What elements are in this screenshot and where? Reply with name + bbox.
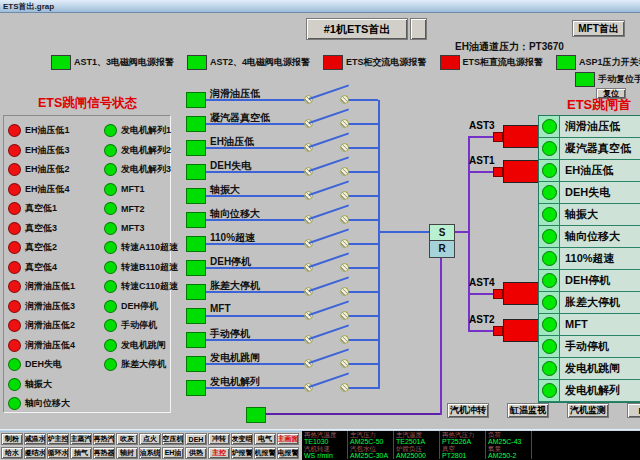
contact-icon: [340, 215, 349, 224]
trip-signal-item: 发电机跳闸: [104, 336, 178, 356]
alarm-lamp-icon: [575, 72, 595, 87]
toolbar-button[interactable]: DEH: [185, 433, 207, 445]
footer-nav-button[interactable]: 缸温监视: [507, 403, 549, 418]
live-value-cell: 主汽温度 TE2501A: [394, 431, 440, 445]
signal-input-square: [186, 260, 206, 276]
toolbar-button[interactable]: 冲转: [208, 433, 230, 445]
trip-signal-label: MFT1: [121, 184, 145, 194]
first-out-row: MFT: [539, 314, 640, 336]
status-led-icon: [8, 319, 21, 332]
first-out-label: 轴振大: [560, 204, 640, 226]
footer-nav-button[interactable]: 汽机监测: [567, 403, 609, 418]
first-out-label: 胀差大停机: [560, 292, 640, 314]
signal-input-square: [186, 380, 206, 396]
toolbar-button[interactable]: 主蒸汽: [70, 433, 92, 445]
trip-signal-item: 转速C110超速: [104, 277, 178, 297]
wire: [345, 267, 378, 269]
toolbar-button[interactable]: 空压机: [162, 433, 184, 445]
toolbar-button[interactable]: 油系统: [139, 447, 161, 459]
trip-signal-item: DEH停机: [104, 297, 178, 317]
toolbar-button[interactable]: EH油: [162, 447, 184, 459]
contact-icon: [340, 263, 349, 272]
toolbar-button[interactable]: 点火: [139, 433, 161, 445]
status-led-icon: [104, 202, 117, 215]
toolbar-button[interactable]: 制粉: [1, 433, 23, 445]
toolbar-button[interactable]: 抽气: [70, 447, 92, 459]
toolbar-button[interactable]: 循环水: [47, 447, 69, 459]
signal-input-square: [186, 308, 206, 324]
wire: [345, 315, 378, 317]
status-led-icon: [104, 261, 117, 274]
live-values-row-2: 汽机转速 WS r/min 汽包水位 AM25C-30A 炉膛负压 AM2500…: [302, 445, 640, 459]
toolbar-button[interactable]: 主控: [208, 447, 230, 459]
status-led-icon: [104, 183, 117, 196]
trip-signal-item: EH油压低3: [8, 141, 75, 161]
wire: [206, 243, 308, 245]
signal-input-square: [186, 92, 206, 108]
toolbar-button[interactable]: 吹灰: [116, 433, 138, 445]
toolbar-button[interactable]: 减温水: [24, 433, 46, 445]
toolbar-button[interactable]: 再热器: [93, 447, 115, 459]
trip-signal-label: 轴向位移大: [25, 397, 70, 410]
first-out-label: 凝汽器真空低: [560, 138, 640, 160]
toolbar-button[interactable]: 发变组: [231, 433, 253, 445]
trip-signal-label: MFT3: [121, 223, 145, 233]
first-out-led-cell: [539, 116, 560, 138]
trip-signal-item: 发电机解列1: [104, 121, 178, 141]
trip-signal-item: 真空低4: [8, 258, 75, 278]
status-led-icon: [542, 273, 557, 288]
toolbar-button[interactable]: 主画面: [277, 433, 299, 445]
status-led-icon: [542, 163, 557, 178]
toolbar-button[interactable]: 轴封: [116, 447, 138, 459]
alarm-lamp-icon: [323, 55, 343, 70]
status-led-icon: [542, 207, 557, 222]
toolbar-button[interactable]: 炉主控: [47, 433, 69, 445]
wire: [345, 339, 378, 341]
trip-signal-column-2: 发电机解列1 发电机解列2 发电机解列3 MFT1: [104, 121, 178, 375]
ast4-label: AST4: [469, 277, 495, 288]
logic-row: MFT: [186, 304, 386, 328]
toolbar-button[interactable]: 电报警: [277, 447, 299, 459]
status-led-icon: [8, 222, 21, 235]
live-value-cell: 汽包水位 AM25C-30A: [348, 445, 394, 459]
trip-signal-column-1: EH油压低1 EH油压低3 EH油压低2 EH油压低4: [8, 121, 75, 414]
first-out-led-cell: [539, 270, 560, 292]
first-out-led-cell: [539, 380, 560, 402]
toolbar-button[interactable]: 再热汽: [93, 433, 115, 445]
alarm-indicator: ASP1压力开关动作: [556, 55, 640, 70]
first-out-row: 轴振大: [539, 204, 640, 226]
alarm-indicator: AST1、3电磁阀电源报警: [51, 55, 174, 70]
first-out-row: 轴向位移大: [539, 226, 640, 248]
trip-signal-label: 润滑油压低4: [25, 339, 75, 352]
trip-signal-item: 发电机解列2: [104, 141, 178, 161]
live-value-name: 氧量: [488, 445, 531, 452]
toolbar-button[interactable]: 机报警: [254, 447, 276, 459]
footer-nav-button[interactable]: 汽机冲转: [447, 403, 489, 418]
wire: [206, 291, 308, 293]
unit1-ets-first-out-button[interactable]: #1机ETS首出: [306, 18, 408, 40]
trip-signal-item: 润滑油压低3: [8, 297, 75, 317]
live-value-cell: 再热汽温度 TE1030: [302, 431, 348, 445]
window-titlebar[interactable]: ETS首出.grap: [0, 0, 640, 13]
trip-signal-label: 润滑油压低2: [25, 319, 75, 332]
wire: [206, 123, 308, 125]
live-value-reading: AM25C-30A: [350, 452, 393, 459]
logic-row: 手动停机: [186, 328, 386, 352]
toolbar-button[interactable]: 电气: [254, 433, 276, 445]
toolbar-button[interactable]: 凝结水: [24, 447, 46, 459]
trip-signal-label: 发电机解列3: [121, 163, 171, 176]
toolbar-button[interactable]: 给水: [1, 447, 23, 459]
logic-row: 凝汽器真空低: [186, 112, 386, 136]
first-out-label: 110%超速: [560, 248, 640, 270]
mft-first-out-button[interactable]: MFT首出: [572, 20, 625, 37]
ets-first-out-side-tile[interactable]: [410, 18, 427, 40]
trip-signal-label: 轴振大: [25, 378, 52, 391]
trip-signal-label: 发电机解列2: [121, 144, 171, 157]
toolbar-button[interactable]: 炉报警: [231, 447, 253, 459]
first-out-label: 手动停机: [560, 336, 640, 358]
logic-row: 轴振大: [186, 184, 386, 208]
status-led-icon: [542, 229, 557, 244]
toolbar-button[interactable]: 供热: [185, 447, 207, 459]
status-led-icon: [104, 241, 117, 254]
footer-nav-button[interactable]: DEH: [627, 403, 640, 418]
